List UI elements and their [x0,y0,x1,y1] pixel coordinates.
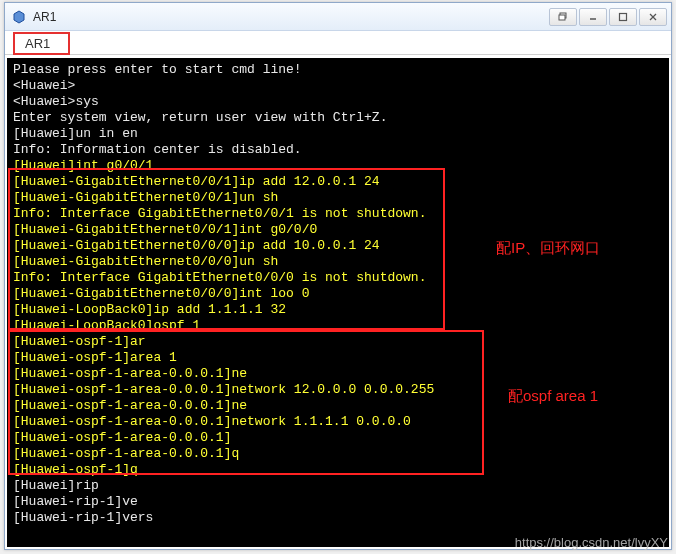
terminal-line: [Huawei-LoopBack0]ospf 1 [13,318,663,334]
terminal-line: <Huawei> [13,78,663,94]
terminal-line: Enter system view, return user view with… [13,110,663,126]
restore-button[interactable] [549,8,577,26]
terminal-line: [Huawei-ospf-1-area-0.0.0.1]ne [13,366,663,382]
terminal-line: [Huawei]un in en [13,126,663,142]
terminal-line: <Huawei>sys [13,94,663,110]
terminal-line: [Huawei-ospf-1]ar [13,334,663,350]
terminal-line: [Huawei-ospf-1-area-0.0.0.1]network 12.0… [13,382,663,398]
terminal-line: [Huawei-GigabitEthernet0/0/0]int loo 0 [13,286,663,302]
terminal-line: [Huawei-ospf-1-area-0.0.0.1] [13,430,663,446]
app-window: AR1 AR1 Please press enter to start cmd … [4,2,672,550]
terminal-line: Info: Interface GigabitEthernet0/0/1 is … [13,206,663,222]
tab-ar1[interactable]: AR1 [13,32,70,55]
terminal-line: [Huawei]int g0/0/1 [13,158,663,174]
window-buttons [549,8,667,26]
watermark: https://blog.csdn.net/lvyXY [515,535,668,550]
titlebar: AR1 [5,3,671,31]
terminal-line: [Huawei]rip [13,478,663,494]
terminal-line: [Huawei-GigabitEthernet0/0/1]un sh [13,190,663,206]
window-title: AR1 [33,10,56,24]
terminal-line: Please press enter to start cmd line! [13,62,663,78]
terminal-line: [Huawei-ospf-1-area-0.0.0.1]q [13,446,663,462]
app-icon [11,9,27,25]
terminal-line: Info: Information center is disabled. [13,142,663,158]
terminal-line: [Huawei-GigabitEthernet0/0/1]int g0/0/0 [13,222,663,238]
terminal-line: [Huawei-GigabitEthernet0/0/0]un sh [13,254,663,270]
terminal-line: [Huawei-ospf-1-area-0.0.0.1]ne [13,398,663,414]
terminal-line: [Huawei-ospf-1]area 1 [13,350,663,366]
close-button[interactable] [639,8,667,26]
terminal-line: [Huawei-ospf-1]q [13,462,663,478]
minimize-button[interactable] [579,8,607,26]
terminal-line: [Huawei-GigabitEthernet0/0/1]ip add 12.0… [13,174,663,190]
terminal-line: [Huawei-GigabitEthernet0/0/0]ip add 10.0… [13,238,663,254]
terminal-line: [Huawei-ospf-1-area-0.0.0.1]network 1.1.… [13,414,663,430]
svg-rect-3 [620,13,627,20]
terminal-line: [Huawei-rip-1]vers [13,510,663,526]
terminal[interactable]: Please press enter to start cmd line!<Hu… [7,58,669,547]
svg-rect-1 [559,15,565,20]
tabbar: AR1 [5,31,671,55]
terminal-line: [Huawei-rip-1]ve [13,494,663,510]
terminal-line: Info: Interface GigabitEthernet0/0/0 is … [13,270,663,286]
terminal-line: [Huawei-LoopBack0]ip add 1.1.1.1 32 [13,302,663,318]
maximize-button[interactable] [609,8,637,26]
